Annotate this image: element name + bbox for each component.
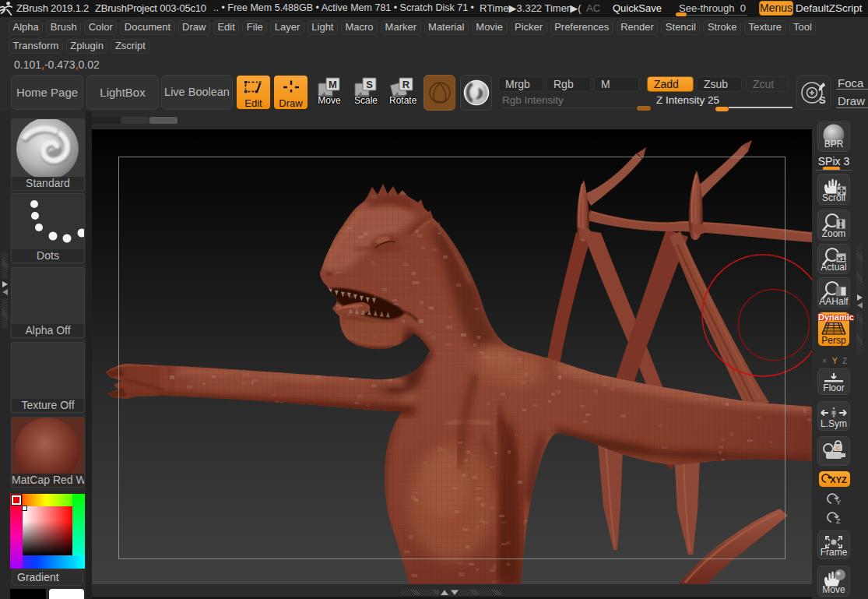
svg-text:Z: Z	[842, 357, 847, 365]
svg-text:Z: Z	[836, 517, 841, 525]
svg-text:C: C	[836, 446, 840, 451]
svg-text:XYZ: XYZ	[830, 475, 847, 484]
svg-text:R: R	[402, 79, 410, 90]
svg-text:Y: Y	[836, 499, 841, 506]
svg-text:M: M	[329, 79, 337, 90]
svg-text:Y: Y	[832, 357, 838, 365]
svg-text:x1: x1	[837, 255, 845, 263]
svg-text:S: S	[366, 79, 373, 90]
svg-text:×: ×	[822, 357, 827, 365]
svg-text:S: S	[819, 94, 826, 106]
